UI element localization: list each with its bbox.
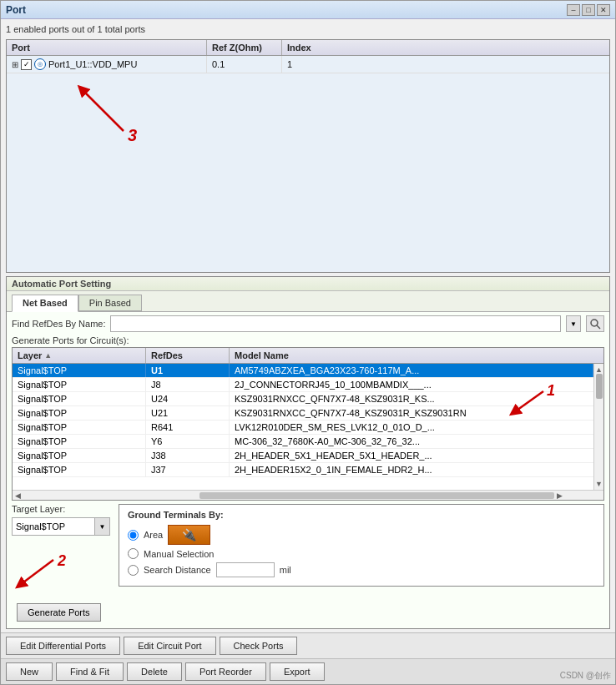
port-checkbox[interactable]: ✓ xyxy=(21,59,32,70)
circuit-table-hscroll[interactable]: ◀ ▶ xyxy=(13,490,603,500)
vscroll-thumb[interactable] xyxy=(596,374,603,399)
target-layer-group: Target Layer: ▼ xyxy=(12,504,110,600)
area-button[interactable]: 🔌 xyxy=(168,525,210,545)
port-table-header: Port Ref Z(Ohm) Index xyxy=(7,40,609,56)
svg-line-4 xyxy=(597,325,600,329)
export-button[interactable]: Export xyxy=(270,662,325,681)
edit-differential-ports-button[interactable]: Edit Differential Ports xyxy=(6,637,120,655)
circuit-layer-4: Signal$TOP xyxy=(13,421,146,434)
find-fit-button[interactable]: Find & Fit xyxy=(56,662,124,681)
circuit-model-5: MC-306_32_7680K-A0_MC-306_32_76_32... xyxy=(230,435,593,448)
svg-text:2: 2 xyxy=(57,552,66,569)
circuit-layer-5: Signal$TOP xyxy=(13,435,146,448)
refdes-col-header: RefDes xyxy=(146,348,230,363)
radio-area[interactable] xyxy=(128,530,139,541)
radio-search[interactable] xyxy=(128,565,139,576)
circuit-model-4: LVK12R010DER_SM_RES_LVK12_0_01O_D_... xyxy=(230,421,593,434)
port-name: Port1_U1::VDD_MPU xyxy=(48,59,137,69)
target-select: ▼ xyxy=(12,517,110,536)
circuit-refdes-4: R641 xyxy=(146,421,230,434)
modelname-col-header: Model Name xyxy=(230,348,603,363)
circuit-table: Layer ▲ RefDes Model Name Signal$TOP U1 xyxy=(12,347,604,501)
ground-terminals-title: Ground Terminals By: xyxy=(128,510,595,520)
circuit-row[interactable]: Signal$TOP R641 LVK12R010DER_SM_RES_LVK1… xyxy=(13,421,593,435)
auto-port-title: Automatic Port Setting xyxy=(7,277,609,291)
annotation-3: 3 xyxy=(73,81,140,142)
minimize-button[interactable]: – xyxy=(567,4,580,16)
radio-area-label: Area xyxy=(144,530,163,540)
circuit-model-0: AM5749ABZXEA_BGA23X23-760-117M_A... xyxy=(230,364,593,377)
port-name-cell: ⊞ ✓ ◎ Port1_U1::VDD_MPU xyxy=(7,56,207,73)
port-table-body: ⊞ ✓ ◎ Port1_U1::VDD_MPU 0.1 1 xyxy=(7,56,609,272)
index-col-header: Index xyxy=(282,40,349,55)
circuit-refdes-5: Y6 xyxy=(146,435,230,448)
port-reorder-button[interactable]: Port Reorder xyxy=(185,662,266,681)
refz-col-header: Ref Z(Ohm) xyxy=(207,40,282,55)
circuit-layer-6: Signal$TOP xyxy=(13,449,146,462)
port-index-cell: 1 xyxy=(282,56,349,73)
titlebar-buttons: – □ ✕ xyxy=(567,4,610,16)
circuit-row[interactable]: Signal$TOP J38 2H_HEADER_5X1_HEADER_5X1_… xyxy=(13,449,593,463)
tab-pin-based[interactable]: Pin Based xyxy=(78,295,142,311)
target-layer-input[interactable] xyxy=(12,517,95,536)
circuit-row[interactable]: Signal$TOP Y6 MC-306_32_7680K-A0_MC-306_… xyxy=(13,435,593,449)
circuit-layer-1: Signal$TOP xyxy=(13,378,146,391)
circuit-refdes-2: U24 xyxy=(146,392,230,405)
delete-button[interactable]: Delete xyxy=(127,662,182,681)
table-row[interactable]: ⊞ ✓ ◎ Port1_U1::VDD_MPU 0.1 1 xyxy=(7,56,609,73)
circuit-refdes-0: U1 xyxy=(146,364,230,377)
close-button[interactable]: ✕ xyxy=(597,4,610,16)
expand-icon[interactable]: ⊞ xyxy=(12,60,18,69)
radio-search-row: Search Distance mil xyxy=(128,562,595,577)
bottom-controls: Target Layer: ▼ xyxy=(7,501,609,603)
circuit-model-7: 2H_HEADER15X2_0_1IN_FEMALE_HDR2_H... xyxy=(230,463,593,476)
circuit-model-3: KSZ9031RNXCC_QFN7X7-48_KSZ9031R_KSZ9031R… xyxy=(230,406,593,420)
radio-area-row: Area 🔌 xyxy=(128,525,595,545)
svg-line-1 xyxy=(82,89,124,131)
circuit-layer-2: Signal$TOP xyxy=(13,392,146,405)
search-distance-input[interactable] xyxy=(216,562,275,577)
circuit-model-2: KSZ9031RNXCC_QFN7X7-48_KSZ9031R_KS... xyxy=(230,392,593,405)
layer-col-header: Layer ▲ xyxy=(13,348,146,363)
refdes-dropdown-btn[interactable]: ▼ xyxy=(566,315,581,332)
circuit-row[interactable]: Signal$TOP U1 AM5749ABZXEA_BGA23X23-760-… xyxy=(13,364,593,378)
find-refdes-label: Find RefDes By Name: xyxy=(12,319,105,329)
radio-manual-label: Manual Selection xyxy=(144,549,214,559)
circuit-row[interactable]: Signal$TOP J37 2H_HEADER15X2_0_1IN_FEMAL… xyxy=(13,463,593,477)
circuit-row[interactable]: Signal$TOP J8 2J_CONNECTORRJ45_10_100MBA… xyxy=(13,378,593,392)
port-table-section: Port Ref Z(Ohm) Index ⊞ ✓ ◎ Port1_U1::VD… xyxy=(6,39,610,273)
circuit-table-vscroll[interactable]: ▲ ▼ xyxy=(593,364,603,490)
radio-manual-row: Manual Selection xyxy=(128,548,595,559)
tab-net-based[interactable]: Net Based xyxy=(12,295,78,312)
circuit-row[interactable]: Signal$TOP U21 KSZ9031RNXCC_QFN7X7-48_KS… xyxy=(13,406,593,421)
maximize-button[interactable]: □ xyxy=(582,4,595,16)
check-ports-button[interactable]: Check Ports xyxy=(220,637,298,655)
ground-terminals-group: Ground Terminals By: Area 🔌 Manual Selec… xyxy=(119,504,604,587)
radio-manual[interactable] xyxy=(128,548,139,559)
new-button[interactable]: New xyxy=(6,662,53,681)
find-refdes-input[interactable] xyxy=(110,315,561,332)
circuit-layer-3: Signal$TOP xyxy=(13,406,146,420)
annotation-2: 2 xyxy=(12,556,110,600)
auto-port-section: Automatic Port Setting Net Based Pin Bas… xyxy=(6,276,610,629)
watermark: CSDN @创作 xyxy=(560,670,611,682)
hscroll-thumb[interactable] xyxy=(199,492,554,499)
circuit-refdes-6: J38 xyxy=(146,449,230,462)
circuit-layer-0: Signal$TOP xyxy=(13,364,146,377)
titlebar: Port – □ ✕ xyxy=(1,1,615,19)
window-title: Port xyxy=(6,4,26,16)
refdes-search-btn[interactable] xyxy=(586,315,604,332)
circuit-row[interactable]: Signal$TOP U24 KSZ9031RNXCC_QFN7X7-48_KS… xyxy=(13,392,593,406)
target-layer-dropdown[interactable]: ▼ xyxy=(95,517,110,536)
edit-circuit-port-button[interactable]: Edit Circuit Port xyxy=(124,637,215,655)
circuit-table-body: Signal$TOP U1 AM5749ABZXEA_BGA23X23-760-… xyxy=(13,364,593,490)
generate-ports-button[interactable]: Generate Ports xyxy=(17,603,101,622)
radio-search-label: Search Distance xyxy=(144,565,211,575)
circuit-model-6: 2H_HEADER_5X1_HEADER_5X1_HEADER_... xyxy=(230,449,593,462)
window-content: 1 enabled ports out of 1 total ports Por… xyxy=(1,19,615,632)
svg-line-9 xyxy=(20,560,53,585)
bottom-toolbar-row1: Edit Differential Ports Edit Circuit Por… xyxy=(1,632,615,658)
circuit-table-header: Layer ▲ RefDes Model Name xyxy=(13,348,603,364)
area-icon: 🔌 xyxy=(182,528,196,541)
circuit-refdes-1: J8 xyxy=(146,378,230,391)
